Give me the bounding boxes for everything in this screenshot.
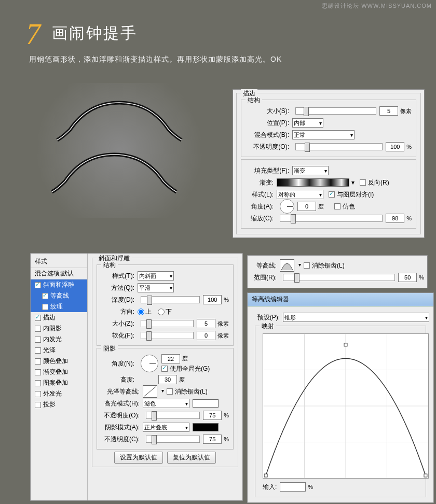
satin-item[interactable]: 光泽	[31, 345, 87, 356]
step-title: 画闹钟提手	[52, 23, 138, 44]
bang-input[interactable]: 22	[161, 354, 180, 363]
dither-checkbox[interactable]	[334, 203, 340, 209]
outer-glow-item[interactable]: 外发光	[31, 388, 87, 399]
soft-unit: 像素	[217, 332, 229, 340]
hiop-input[interactable]: 75	[203, 411, 222, 420]
satin-checkbox[interactable]	[35, 347, 41, 354]
gradstyle-label: 样式(L):	[246, 190, 277, 199]
preset-select[interactable]: 锥形	[283, 313, 429, 322]
shadow-swatch[interactable]	[193, 423, 219, 431]
color-overlay-item[interactable]: 颜色叠加	[31, 356, 87, 367]
scale-slider[interactable]	[280, 215, 383, 222]
bangle-dial[interactable]	[141, 355, 158, 372]
global-checkbox[interactable]	[161, 366, 168, 372]
shop-slider[interactable]	[146, 436, 200, 443]
scale-input[interactable]: 98	[386, 214, 404, 223]
himode-select[interactable]: 滤色	[143, 399, 189, 408]
aa-label: 消除锯齿(L)	[175, 387, 208, 396]
range-input[interactable]: 50	[398, 273, 417, 282]
shop-input[interactable]: 75	[203, 435, 222, 444]
patov-checkbox[interactable]	[35, 380, 41, 386]
tech-select[interactable]: 平滑	[138, 283, 174, 292]
angle-unit: 度	[318, 203, 324, 211]
contour-thumb[interactable]	[280, 259, 294, 272]
structure-title: 结构	[246, 96, 262, 105]
position-select[interactable]: 内部	[292, 118, 323, 128]
angle-input[interactable]: 0	[297, 202, 316, 211]
reset-default-button[interactable]: 复位为默认值	[167, 452, 216, 464]
grad-overlay-item[interactable]: 渐变叠加	[31, 367, 87, 377]
aa-checkbox[interactable]	[167, 388, 173, 395]
depth-slider[interactable]	[141, 296, 200, 303]
shmode-select[interactable]: 正片叠底	[143, 423, 189, 432]
size-slider[interactable]	[295, 107, 376, 115]
opacity-input[interactable]: 100	[386, 142, 404, 151]
hiop-slider[interactable]	[146, 412, 200, 419]
dshadow-checkbox[interactable]	[35, 402, 41, 408]
gradov-checkbox[interactable]	[35, 369, 41, 375]
position-label: 位置(P):	[246, 119, 292, 128]
colorov-checkbox[interactable]	[35, 358, 41, 365]
alt-input[interactable]: 30	[158, 375, 177, 384]
contour-checkbox[interactable]	[42, 293, 48, 299]
input-value[interactable]	[280, 482, 306, 492]
align-label: 与图层对齐(I)	[337, 190, 374, 199]
oglow-checkbox[interactable]	[35, 391, 41, 397]
svg-rect-7	[344, 343, 347, 346]
dir-up-label: 上	[145, 307, 152, 316]
watermark: 思缘设计论坛 WWW.MISSYUAN.COM	[322, 2, 432, 10]
opacity-slider[interactable]	[295, 143, 383, 150]
bstyle-label: 样式(T):	[101, 272, 138, 281]
pattern-overlay-item[interactable]: 图案叠加	[31, 377, 87, 388]
soft-input[interactable]: 0	[197, 331, 215, 340]
inner-glow-item[interactable]: 内发光	[31, 334, 87, 345]
bevel-struct-title: 结构	[101, 261, 118, 270]
size-input[interactable]: 5	[379, 106, 398, 116]
contour-label: 等高线:	[251, 261, 280, 270]
shade-title: 阴影	[101, 344, 118, 353]
highlight-swatch[interactable]	[193, 399, 219, 408]
bevel-item[interactable]: 斜面和浮雕	[31, 279, 87, 290]
ishadow-checkbox[interactable]	[35, 326, 41, 332]
blend-select[interactable]: 正常	[292, 130, 355, 139]
contour-aa-checkbox[interactable]	[304, 262, 310, 269]
depth-input[interactable]: 100	[203, 295, 222, 304]
opacity-unit: %	[406, 144, 412, 150]
soft-label: 软化(F):	[101, 331, 138, 340]
gradient-preview[interactable]	[277, 178, 349, 187]
blend-options-item[interactable]: 混合选项:默认	[31, 268, 87, 279]
drop-shadow-item[interactable]: 投影	[31, 399, 87, 410]
styles-header: 样式	[31, 256, 87, 268]
align-checkbox[interactable]	[329, 191, 335, 198]
size-unit: 像素	[400, 107, 412, 115]
step-description: 用钢笔画形状，添加浮雕和渐变描边样式。再用形状加蒙版添加高光。OK	[29, 55, 410, 64]
gloss-contour[interactable]	[143, 385, 157, 398]
dir-up-radio[interactable]	[138, 309, 144, 315]
reverse-checkbox[interactable]	[360, 179, 366, 186]
stroke-checkbox[interactable]	[35, 315, 41, 321]
filltype-select[interactable]: 渐变	[292, 166, 329, 175]
hiop-unit: %	[224, 412, 229, 418]
range-slider[interactable]	[283, 274, 395, 281]
hiop-label: 不透明度(O):	[101, 411, 143, 420]
bstyle-select[interactable]: 内斜面	[138, 271, 174, 281]
bevel-checkbox[interactable]	[35, 282, 41, 288]
curve-graph[interactable]	[263, 333, 429, 479]
stroke-item[interactable]: 描边	[31, 312, 87, 323]
bsize-slider[interactable]	[141, 320, 194, 327]
depth-unit: %	[224, 297, 229, 303]
bevel-panel: 样式 混合选项:默认 斜面和浮雕 等高线 纹理 描边 内阴影 内发光 光泽 颜色…	[30, 253, 243, 501]
angle-dial[interactable]	[280, 199, 294, 214]
contour-item[interactable]: 等高线	[31, 290, 87, 301]
bsize-unit: 像素	[217, 320, 229, 328]
dir-down-radio[interactable]	[158, 309, 165, 315]
iglow-checkbox[interactable]	[35, 337, 41, 343]
inner-shadow-item[interactable]: 内阴影	[31, 323, 87, 334]
filltype-label: 填充类型(F):	[246, 166, 292, 175]
soft-slider[interactable]	[141, 332, 194, 339]
gradstyle-select[interactable]: 对称的	[277, 190, 323, 199]
texture-item[interactable]: 纹理	[31, 301, 87, 312]
bsize-input[interactable]: 5	[197, 319, 215, 328]
set-default-button[interactable]: 设置为默认值	[114, 452, 163, 464]
texture-checkbox[interactable]	[42, 304, 48, 310]
